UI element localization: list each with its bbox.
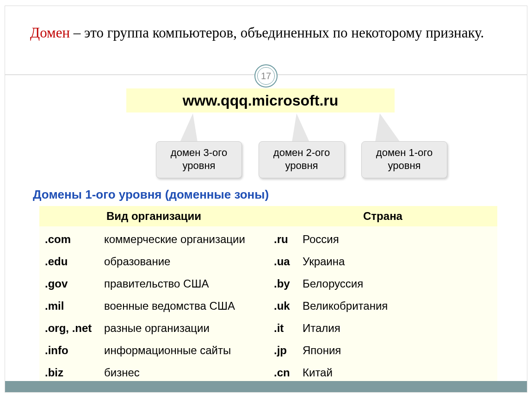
domains-table: Вид организации Страна .comкоммерческие … — [39, 206, 497, 390]
table-row: .itИталия — [273, 317, 493, 339]
callout-level-1: домен 1-ого уровня — [361, 141, 447, 178]
table-row: .bizбизнес — [44, 362, 264, 384]
slide: Домен – это группа компьютеров, объедине… — [5, 6, 527, 393]
definition-rest: – это группа компьютеров, объединенных п… — [70, 25, 484, 41]
page-number: 17 — [257, 67, 275, 85]
callout-level-3: домен 3-ого уровня — [156, 141, 242, 178]
table-row: .milвоенные ведомства США — [44, 295, 264, 317]
definition-keyword: Домен — [30, 25, 70, 41]
callout-pointer-2 — [292, 113, 309, 142]
table-row: .govправительство США — [44, 273, 264, 295]
table-header-row: Вид организации Страна — [39, 206, 497, 226]
table-row: .ruРоссия — [273, 228, 493, 250]
bottom-accent-bar — [5, 381, 527, 392]
page-number-badge: 17 — [254, 64, 278, 88]
section-subtitle: Домены 1-ого уровня (доменные зоны) — [33, 188, 269, 202]
table-row: .uaУкраина — [273, 250, 493, 273]
table-body: .comкоммерческие организации .eduобразов… — [39, 226, 497, 390]
table-col-org: .comкоммерческие организации .eduобразов… — [39, 226, 268, 390]
table-row: .infoинформационные сайты — [44, 339, 264, 362]
callout-pointer-3 — [180, 113, 198, 142]
callout-level-2: домен 2-ого уровня — [259, 141, 345, 178]
table-row: .comкоммерческие организации — [44, 228, 264, 250]
definition-text: Домен – это группа компьютеров, объедине… — [30, 24, 507, 42]
callout-pointer-1 — [375, 113, 400, 142]
table-col-country: .ruРоссия .uaУкраина .byБелоруссия .ukВе… — [268, 226, 497, 390]
table-row: .org, .netразные организации — [44, 317, 264, 339]
table-row: .byБелоруссия — [273, 273, 493, 295]
table-row: .eduобразование — [44, 250, 264, 273]
table-row: .cnКитай — [273, 362, 493, 384]
table-row: .ukВеликобритания — [273, 295, 493, 317]
table-header-org: Вид организации — [39, 206, 268, 226]
table-header-country: Страна — [268, 206, 497, 226]
table-row: .jpЯпония — [273, 339, 493, 362]
example-url: www.qqq.microsoft.ru — [126, 88, 395, 112]
